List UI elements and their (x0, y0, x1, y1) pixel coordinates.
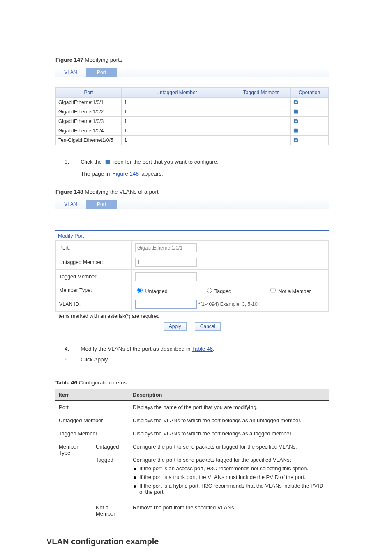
untagged-label: Untagged Member: (56, 255, 132, 269)
radio-untagged[interactable] (137, 288, 143, 293)
cell-tagged (232, 107, 290, 117)
th-desc: Description (129, 389, 329, 401)
cell-port: GigabitEthernet1/0/1 (56, 98, 122, 107)
step4-text2: . (213, 346, 214, 352)
modify-port-panel: Modify Port Port: Untagged Member: Tagge… (55, 230, 329, 331)
bullet-icon (134, 485, 136, 488)
th-tagged: Tagged Member (232, 88, 290, 98)
th-untagged: Untagged Member (122, 88, 232, 98)
row-desc: Configure the port to send packets untag… (129, 440, 329, 453)
cell-port: GigabitEthernet1/0/2 (56, 107, 122, 117)
row-sub: Not a Member (92, 501, 129, 520)
step3-text2: icon for the port that you want to confi… (113, 157, 219, 167)
cell-untagged: 1 (122, 117, 232, 126)
figure148-text: Modifying the VLANs of a port (85, 189, 158, 195)
cell-untagged: 1 (122, 107, 232, 117)
step5-number: 5. (65, 354, 69, 365)
figure147-label: Figure 147 (55, 57, 83, 63)
bullet-icon (134, 468, 136, 470)
radio-tagged[interactable] (207, 288, 212, 293)
th-port: Port (56, 88, 122, 98)
row-desc: Displays the name of the port that you a… (129, 401, 329, 414)
figure148-caption: Figure 148 Modifying the VLANs of a port (55, 189, 329, 195)
row-desc: Configure the port to send packets tagge… (129, 453, 329, 501)
tagged-field (135, 272, 197, 281)
row-item: Member Type (55, 440, 92, 520)
edit-icon[interactable] (293, 99, 326, 105)
untagged-field (135, 258, 197, 267)
tab-port[interactable]: Port (86, 68, 117, 77)
edit-icon[interactable] (293, 109, 326, 115)
step3-link-prefix: The page in (81, 169, 110, 179)
table-row: GigabitEthernet1/0/4 1 (56, 126, 329, 136)
figure147-caption: Figure 147 Modifying ports (55, 57, 329, 63)
tagged-label: Tagged Member: (56, 269, 132, 284)
row-item: Untagged Member (55, 414, 129, 427)
tabs-row-1: VLAN Port (55, 68, 329, 77)
step3-number: 3. (65, 157, 69, 179)
row-desc: Displays the VLANs to which the port bel… (129, 414, 329, 427)
member-type-label: Member Type: (56, 284, 132, 297)
table-row: GigabitEthernet1/0/2 1 (56, 107, 329, 117)
step3-link-suffix: appears. (141, 169, 163, 179)
table-row: GigabitEthernet1/0/3 1 (56, 117, 329, 126)
radio-untagged-label[interactable]: Untagged (135, 287, 168, 294)
row-item: Port (55, 401, 129, 414)
figure147-text: Modifying ports (85, 57, 122, 63)
bullet-icon (134, 476, 136, 479)
bullet-text: If the port is an access port, H3C recom… (139, 465, 308, 472)
figure148-link[interactable]: Figure 148 (113, 169, 139, 179)
cancel-button[interactable]: Cancel (195, 322, 221, 331)
vlan-id-label: VLAN ID: (56, 297, 132, 311)
table46-caption: Table 46 Configuration items (55, 379, 329, 386)
cell-tagged (232, 117, 290, 126)
cell-tagged (232, 136, 290, 145)
port-label: Port: (56, 240, 132, 255)
table46-text: Configuration items (79, 379, 127, 386)
cell-untagged: 1 (122, 126, 232, 136)
table46-label: Table 46 (55, 379, 77, 386)
configuration-items-table: Item Description Port Displays the name … (55, 389, 329, 520)
cell-tagged (232, 126, 290, 136)
cell-port: Ten-GigabitEthernet1/0/5 (56, 136, 122, 145)
step5-text: Click Apply. (81, 354, 109, 365)
bullet-text: If the port is a trunk port, the VLANs m… (139, 474, 306, 480)
row-item: Tagged Member (55, 427, 129, 440)
heading-vlan-config-example: VLAN configuration example (46, 534, 330, 549)
step4-number: 4. (65, 344, 69, 354)
edit-icon[interactable] (293, 118, 326, 124)
cell-port: GigabitEthernet1/0/4 (56, 126, 122, 136)
row-sub: Tagged (92, 453, 129, 501)
radio-not-member[interactable] (270, 288, 276, 293)
table-row: GigabitEthernet1/0/1 1 (56, 98, 329, 107)
row-desc: Remove the port from the specified VLANs… (129, 501, 329, 520)
apply-button[interactable]: Apply (164, 322, 187, 331)
step4-text1: Modify the VLANs of the port as describe… (81, 346, 192, 352)
tab-port[interactable]: Port (86, 200, 117, 209)
port-field (135, 243, 197, 252)
row-desc: Displays the VLANs to which the port bel… (129, 427, 329, 440)
cell-port: GigabitEthernet1/0/3 (56, 117, 122, 126)
radio-tagged-label[interactable]: Tagged (205, 287, 231, 294)
tab-vlan[interactable]: VLAN (55, 68, 86, 77)
row-sub: Untagged (92, 440, 129, 453)
vlan-id-input[interactable] (135, 300, 197, 309)
th-item: Item (55, 389, 129, 401)
table46-link[interactable]: Table 46 (192, 346, 213, 352)
cell-tagged (232, 98, 290, 107)
bullet-text: If the port is a hybrid port, H3C recomm… (139, 483, 325, 495)
cell-untagged: 1 (122, 136, 232, 145)
port-table: Port Untagged Member Tagged Member Opera… (55, 87, 329, 145)
tabs-row-2: VLAN Port (55, 200, 329, 209)
vlan-id-hint: *(1-4094) Example: 3, 5-10 (198, 301, 257, 307)
radio-notmember-label[interactable]: Not a Member (268, 287, 311, 294)
edit-icon[interactable] (293, 128, 326, 134)
edit-icon[interactable] (293, 137, 326, 143)
figure148-label: Figure 148 (55, 189, 83, 195)
edit-icon (104, 159, 111, 165)
tagged-desc-intro: Configure the port to send packets tagge… (133, 457, 325, 463)
table-row: Ten-GigabitEthernet1/0/5 1 (56, 136, 329, 145)
cell-untagged: 1 (122, 98, 232, 107)
tab-vlan[interactable]: VLAN (55, 200, 86, 209)
required-note: Items marked with an asterisk(*) are req… (55, 312, 329, 319)
